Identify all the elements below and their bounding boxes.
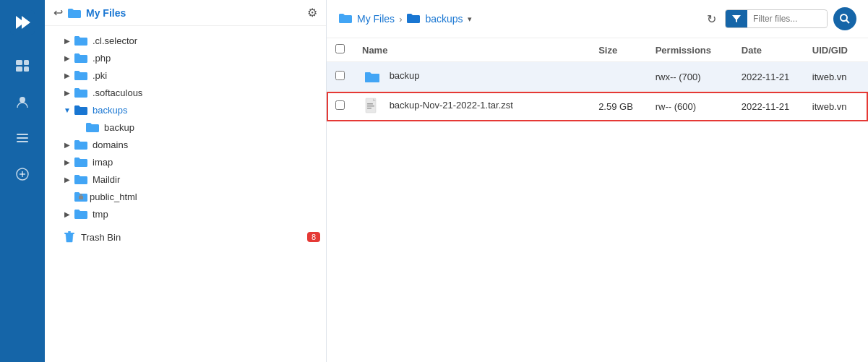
breadcrumb-folder-icon — [338, 12, 353, 26]
row-name-cell: backup-Nov-21-2022-1.tar.zst — [353, 92, 590, 121]
folder-icon — [74, 156, 88, 168]
tree-settings-button[interactable]: ⚙ — [307, 6, 317, 20]
search-button[interactable] — [833, 7, 856, 30]
breadcrumb-current-label: backups ▾ — [425, 13, 471, 25]
row-date-cell: 2022-11-21 — [733, 62, 804, 92]
row-name: backup — [390, 70, 420, 81]
tree-item-pki[interactable]: ▶ .pki — [45, 66, 326, 84]
folder-with-lock-icon — [74, 191, 88, 202]
tree-item-label: .pki — [93, 70, 107, 81]
refresh-button[interactable]: ↻ — [704, 9, 719, 29]
svg-rect-5 — [24, 60, 29, 65]
tree-item-domains[interactable]: ▶ domains — [45, 136, 326, 153]
row-folder-icon — [362, 68, 382, 85]
tree-item-label: .php — [93, 53, 111, 64]
svg-rect-8 — [17, 134, 28, 135]
breadcrumb-root[interactable]: My Files — [357, 13, 395, 25]
tree-item-public-html[interactable]: ▶ public_html — [45, 188, 326, 205]
add-nav-icon[interactable] — [7, 159, 38, 189]
tree-item-tmp[interactable]: ▶ tmp — [45, 205, 326, 223]
tree-item-trash[interactable]: ▶ Trash Bin 8 — [45, 227, 326, 247]
breadcrumb-separator: › — [399, 14, 402, 25]
svg-rect-9 — [17, 137, 28, 139]
svg-rect-3 — [16, 60, 22, 65]
folder-icon — [85, 121, 100, 133]
row-checkbox-cell — [327, 62, 353, 92]
trash-badge: 8 — [307, 232, 320, 242]
row-checkbox[interactable] — [335, 71, 345, 80]
tree-item-label: public_html — [90, 191, 137, 202]
svg-line-18 — [846, 20, 850, 24]
tree-item-label: .softaculous — [93, 87, 142, 98]
tree-item-backups[interactable]: ▼ backups — [45, 101, 326, 118]
folder-icon — [74, 87, 88, 98]
expand-arrow: ▶ — [62, 53, 72, 63]
tree-item-php[interactable]: ▶ .php — [45, 49, 326, 66]
tree-item-label: backups — [93, 105, 127, 116]
breadcrumb-current-folder-icon — [406, 12, 421, 26]
col-uid: UID/GID — [804, 38, 868, 62]
tree-item-label: backup — [104, 122, 134, 133]
filter-input-wrap — [725, 9, 828, 28]
select-all-checkbox[interactable] — [335, 44, 345, 53]
folder-icon — [74, 35, 88, 46]
files-nav-icon[interactable] — [7, 51, 38, 81]
tree-item-label: domains — [93, 139, 128, 150]
expand-arrow: ▶ — [62, 87, 72, 98]
svg-rect-15 — [64, 233, 74, 234]
file-tree-body: ▶ .cl.selector ▶ .php ▶ .pki ▶ — [45, 26, 326, 362]
filter-input[interactable] — [747, 11, 827, 27]
back-button[interactable]: ↩ — [53, 6, 63, 20]
col-size: Size — [590, 38, 647, 62]
tree-item-label: imap — [93, 157, 113, 168]
col-name: Name — [353, 38, 590, 62]
svg-rect-21 — [367, 105, 374, 107]
svg-rect-22 — [367, 108, 371, 109]
svg-rect-20 — [367, 103, 373, 105]
row-size-cell: 2.59 GB — [590, 92, 647, 121]
row-permissions-cell: rwx-- (700) — [647, 62, 733, 92]
folder-icon — [74, 173, 88, 185]
expand-arrow: ▶ — [62, 139, 72, 150]
row-date-cell: 2022-11-21 — [733, 92, 804, 121]
col-permissions: Permissions — [647, 38, 733, 62]
tree-item-backup[interactable]: ▶ backup — [45, 118, 326, 136]
svg-rect-6 — [24, 66, 29, 72]
col-date: Date — [733, 38, 804, 62]
breadcrumb-dropdown-icon[interactable]: ▾ — [468, 14, 472, 24]
trash-label: Trash Bin — [81, 232, 121, 243]
filter-icon-button[interactable] — [726, 10, 747, 27]
row-size-cell — [590, 62, 647, 92]
list-nav-icon[interactable] — [7, 123, 38, 153]
svg-rect-10 — [17, 141, 28, 142]
expand-arrow: ▶ — [62, 209, 72, 219]
header-actions: ↻ — [704, 7, 856, 30]
expand-arrow: ▶ — [62, 70, 72, 80]
icon-sidebar — [0, 0, 45, 362]
row-checkbox-cell — [327, 92, 353, 121]
svg-point-7 — [20, 97, 25, 103]
table-row[interactable]: backup-Nov-21-2022-1.tar.zst 2.59 GB rw-… — [327, 92, 868, 121]
tree-item-softaculous[interactable]: ▶ .softaculous — [45, 84, 326, 101]
col-checkbox — [327, 38, 353, 62]
folder-icon-open — [74, 104, 88, 116]
row-uid-cell: itweb.vn — [804, 62, 868, 92]
file-tree-header: ↩ My Files ⚙ — [45, 0, 326, 26]
expand-arrow: ▶ — [62, 35, 72, 46]
app-logo — [7, 7, 38, 38]
svg-rect-4 — [16, 66, 22, 72]
breadcrumb: My Files › backups ▾ — [338, 12, 698, 26]
row-checkbox[interactable] — [335, 100, 345, 110]
table-row[interactable]: backup rwx-- (700) 2022-11-21 itweb.vn — [327, 62, 868, 92]
users-nav-icon[interactable] — [7, 87, 38, 117]
tree-item-label: tmp — [93, 209, 108, 220]
expand-arrow: ▶ — [62, 174, 72, 184]
svg-rect-14 — [79, 196, 83, 199]
file-table: Name Size Permissions Date UID/GID — [327, 38, 868, 121]
folder-icon — [74, 139, 88, 150]
tree-item-label: Maildir — [93, 174, 120, 185]
tree-item-imap[interactable]: ▶ imap — [45, 153, 326, 171]
tree-item-maildir[interactable]: ▶ Maildir — [45, 171, 326, 188]
row-name: backup-Nov-21-2022-1.tar.zst — [390, 100, 513, 111]
tree-item-cl-selector[interactable]: ▶ .cl.selector — [45, 32, 326, 49]
